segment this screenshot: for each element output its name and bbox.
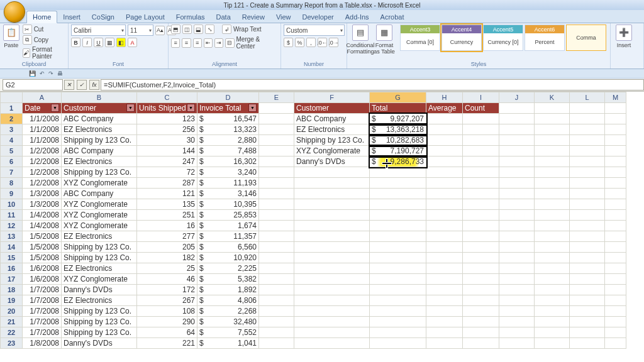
cell[interactable]: Shipping by 123 Co.	[62, 317, 137, 327]
tab-data[interactable]: Data	[211, 11, 236, 23]
cell[interactable]: EZ Electronics	[62, 295, 137, 306]
decrease-decimal-button[interactable]: .0→	[329, 38, 338, 47]
cell[interactable]: 251	[137, 210, 197, 221]
cell[interactable]: $10,920	[197, 253, 259, 263]
cut-button[interactable]: ✂Cut	[23, 25, 65, 34]
qat-print-icon[interactable]: 🖶	[57, 70, 63, 77]
col-header-I[interactable]: I	[463, 92, 499, 103]
cell[interactable]: EZ Electronics	[62, 156, 137, 167]
cell[interactable]: XYZ Conglomerate	[62, 210, 137, 221]
cell[interactable]: XYZ Conglomerate	[62, 199, 137, 210]
cell[interactable]: 1/3/2008	[23, 189, 62, 199]
row-header-10[interactable]: 10	[1, 199, 23, 210]
cell[interactable]: ABC Company	[62, 189, 137, 199]
summary-header[interactable]: Count	[463, 103, 499, 114]
cell[interactable]: $1,041	[197, 338, 259, 349]
align-right-button[interactable]: ≡	[193, 38, 202, 48]
cell[interactable]: $16,302	[197, 156, 259, 167]
tab-view[interactable]: View	[270, 11, 297, 23]
wrap-text-button[interactable]: ↲	[222, 25, 231, 34]
cell[interactable]: $1,674	[197, 221, 259, 231]
cell[interactable]: EZ Electronics	[62, 124, 137, 135]
cell[interactable]: $7,488	[197, 146, 259, 156]
tab-review[interactable]: Review	[236, 11, 270, 23]
cell[interactable]: 30	[137, 135, 197, 146]
cell[interactable]: 1/6/2008	[23, 274, 62, 285]
comma-button[interactable]: ,	[306, 38, 316, 47]
name-box[interactable]: G2	[3, 79, 63, 90]
cell[interactable]: 1/6/2008	[23, 263, 62, 274]
cell[interactable]: Danny's DVDs	[294, 156, 370, 167]
cell[interactable]: XYZ Conglomerate	[62, 221, 137, 231]
cell[interactable]: 135	[137, 199, 197, 210]
underline-button[interactable]: U	[94, 38, 103, 47]
align-center-button[interactable]: ≡	[182, 38, 191, 48]
cell[interactable]: 247	[137, 156, 197, 167]
cell[interactable]: 290	[137, 317, 197, 327]
row-header-3[interactable]: 3	[1, 124, 23, 135]
align-top-button[interactable]: ⬒	[171, 25, 180, 34]
row-header-19[interactable]: 19	[1, 295, 23, 306]
bold-button[interactable]: B	[71, 38, 80, 47]
cell[interactable]: Shipping by 123 Co.	[62, 306, 137, 317]
filter-dropdown-icon[interactable]: ▼	[248, 104, 257, 112]
cell[interactable]: $3,146	[197, 189, 259, 199]
filter-dropdown-icon[interactable]: ▼	[187, 104, 195, 112]
cell[interactable]: $6,560	[197, 242, 259, 253]
cell[interactable]: 1/2/2008	[23, 178, 62, 189]
row-header-22[interactable]: 22	[1, 327, 23, 338]
summary-header[interactable]: Average	[426, 103, 463, 114]
cell[interactable]: 108	[137, 306, 197, 317]
col-header-C[interactable]: C	[137, 92, 197, 103]
tab-add-ins[interactable]: Add-Ins	[340, 11, 375, 23]
cell[interactable]: 1/4/2008	[23, 210, 62, 221]
row-header-16[interactable]: 16	[1, 263, 23, 274]
cell[interactable]: 1/2/2008	[23, 156, 62, 167]
cell[interactable]: Shipping by 123 Co.	[62, 167, 137, 178]
cell[interactable]: 221	[137, 338, 197, 349]
cell[interactable]: 144	[137, 146, 197, 156]
row-header-15[interactable]: 15	[1, 253, 23, 263]
cell[interactable]: $25,853	[197, 210, 259, 221]
cell[interactable]: ABC Company	[294, 114, 370, 124]
col-header-B[interactable]: B	[62, 92, 137, 103]
col-header-F[interactable]: F	[294, 92, 370, 103]
qat-redo-icon[interactable]: ↷	[48, 70, 53, 77]
row-header-8[interactable]: 8	[1, 178, 23, 189]
cell-style-accent3[interactable]: Accent3Comma [0]	[400, 25, 440, 51]
cell[interactable]: 16	[137, 221, 197, 231]
cell[interactable]: 1/7/2008	[23, 285, 62, 295]
cell[interactable]: 1/2/2008	[23, 167, 62, 178]
col-header-A[interactable]: A	[23, 92, 62, 103]
cell[interactable]: 256	[137, 124, 197, 135]
cell[interactable]: 1/2/2008	[23, 146, 62, 156]
cell[interactable]: $2,268	[197, 306, 259, 317]
summary-header[interactable]: Customer	[294, 103, 370, 114]
fill-color-button[interactable]: ◧	[116, 38, 126, 47]
cell[interactable]: $13,323	[197, 124, 259, 135]
cell[interactable]: $7,190,727	[370, 146, 426, 156]
row-header-7[interactable]: 7	[1, 167, 23, 178]
row-header-11[interactable]: 11	[1, 210, 23, 221]
align-middle-button[interactable]: ◫	[182, 25, 192, 34]
col-header-H[interactable]: H	[426, 92, 463, 103]
cell[interactable]: 267	[137, 295, 197, 306]
office-button[interactable]	[4, 1, 25, 23]
table-header[interactable]: Customer▼	[62, 103, 137, 114]
cell[interactable]: $11,357	[197, 231, 259, 242]
filter-dropdown-icon[interactable]: ▼	[51, 104, 59, 112]
cell-style-accent6[interactable]: Accent6Percent	[525, 25, 565, 51]
cell[interactable]: ABC Company	[62, 114, 137, 124]
row-header-4[interactable]: 4	[1, 135, 23, 146]
cell[interactable]: $4,806	[197, 295, 259, 306]
col-header-G[interactable]: G	[370, 92, 426, 103]
cell[interactable]: XYZ Conglomerate	[294, 146, 370, 156]
cell[interactable]: 1/7/2008	[23, 327, 62, 338]
cell[interactable]: 46	[137, 274, 197, 285]
increase-decimal-button[interactable]: .0←	[318, 38, 327, 47]
cell[interactable]: 1/5/2008	[23, 242, 62, 253]
cell[interactable]: $11,193	[197, 178, 259, 189]
cell[interactable]: 1/7/2008	[23, 295, 62, 306]
cell[interactable]: Shipping by 123 Co.	[62, 253, 137, 263]
cell[interactable]: Danny's DVDs	[62, 338, 137, 349]
